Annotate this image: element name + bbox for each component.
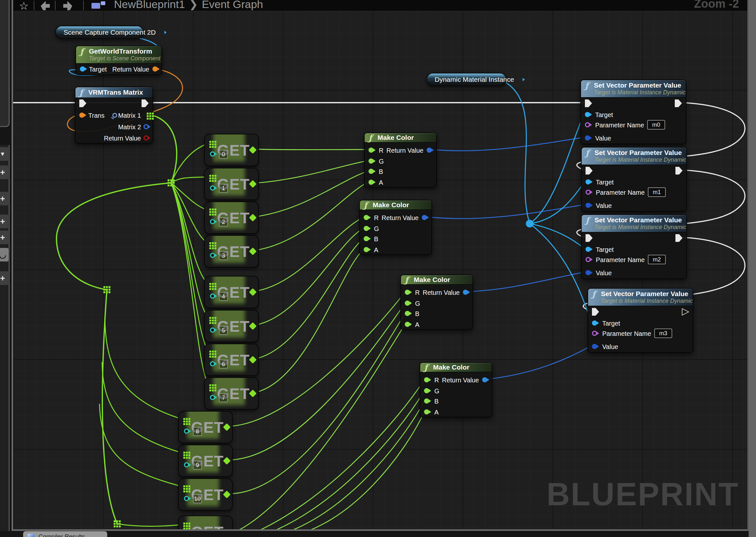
node-make-color-3[interactable]: ƒ Make Color R Return Value G B A <box>400 274 473 330</box>
array-input-pin[interactable] <box>183 522 185 524</box>
node-set-vector-parameter-1[interactable]: ƒ Set Vector Parameter Value Target is M… <box>580 80 686 145</box>
exec-input-pin[interactable] <box>585 100 592 107</box>
element-output-pin[interactable] <box>249 288 256 296</box>
node-set-vector-parameter-2[interactable]: ƒ Set Vector Parameter Value Target is M… <box>581 147 687 212</box>
g-input-pin[interactable] <box>405 301 410 306</box>
exec-output-pin[interactable] <box>142 100 149 107</box>
array-input-pin[interactable] <box>209 351 211 352</box>
exec-output-pin[interactable] <box>675 100 682 107</box>
array-input-pin[interactable] <box>209 242 211 244</box>
value-input-pin[interactable] <box>585 135 590 141</box>
node-get-9[interactable]: GET 9 <box>178 445 233 477</box>
array-input-pin[interactable] <box>209 175 211 177</box>
array-input-pin[interactable] <box>209 141 211 143</box>
parameter-name-input-pin[interactable] <box>586 189 591 195</box>
a-input-pin[interactable] <box>424 409 429 414</box>
magnifier-icon[interactable] <box>112 113 117 118</box>
index-input-pin[interactable] <box>184 429 189 434</box>
parameter-name-value[interactable]: m1 <box>648 187 666 197</box>
index-value[interactable]: 9 <box>193 461 202 470</box>
element-output-pin[interactable] <box>249 322 256 330</box>
exec-output-pin[interactable] <box>675 167 683 175</box>
index-value[interactable]: 0 <box>219 150 228 159</box>
b-input-pin[interactable] <box>424 398 429 403</box>
index-value[interactable]: 8 <box>193 427 202 436</box>
parameter-name-input-pin[interactable] <box>592 331 597 336</box>
array-input-pin[interactable] <box>209 384 211 386</box>
index-input-pin[interactable] <box>210 328 215 333</box>
event-graph-canvas[interactable]: BLUEPRINT <box>12 0 749 531</box>
forward-arrow-icon[interactable] <box>63 1 72 11</box>
index-input-pin[interactable] <box>184 462 189 467</box>
matrix1-array-output-pin[interactable] <box>147 113 149 114</box>
add-button-1[interactable]: + <box>0 165 9 179</box>
value-input-pin[interactable] <box>586 270 591 275</box>
node-make-color-4[interactable]: ƒ Make Color R Return Value G B A <box>420 362 492 417</box>
parameter-name-value[interactable]: m0 <box>647 120 665 130</box>
parameter-name-input-pin[interactable] <box>586 257 591 262</box>
array-input-pin[interactable] <box>209 317 211 319</box>
tab-compiler-results[interactable]: Compiler Results <box>23 531 107 537</box>
index-input-pin[interactable] <box>184 496 189 501</box>
exec-input-pin[interactable] <box>586 167 593 175</box>
color-output-pin[interactable] <box>463 290 468 295</box>
index-value[interactable]: 10 <box>193 494 202 503</box>
add-button-4[interactable]: + <box>0 230 9 244</box>
exec-output-pin[interactable] <box>675 234 683 242</box>
back-arrow-icon[interactable] <box>41 1 50 11</box>
element-output-pin[interactable] <box>249 180 256 188</box>
r-input-pin[interactable] <box>405 290 410 295</box>
node-get-8[interactable]: GET 8 <box>178 411 233 443</box>
element-output-pin[interactable] <box>249 356 256 363</box>
node-get-7[interactable]: GET 7 <box>204 377 259 410</box>
node-get-5[interactable]: GET 5 <box>204 310 259 342</box>
a-input-pin[interactable] <box>405 322 410 327</box>
target-input-pin[interactable] <box>585 112 590 117</box>
index-input-pin[interactable] <box>210 395 215 400</box>
index-value[interactable]: 6 <box>219 360 228 369</box>
element-output-pin[interactable] <box>249 146 256 154</box>
g-input-pin[interactable] <box>364 226 369 231</box>
b-input-pin[interactable] <box>369 169 374 174</box>
breadcrumb-graph[interactable]: Event Graph <box>202 0 263 10</box>
element-output-pin[interactable] <box>223 490 231 498</box>
node-get-1[interactable]: GET 1 <box>204 168 259 200</box>
element-output-pin[interactable] <box>249 390 256 397</box>
r-input-pin[interactable] <box>364 215 369 220</box>
value-input-pin[interactable] <box>586 203 591 208</box>
parameter-name-value[interactable]: m3 <box>654 328 672 338</box>
array-input-pin[interactable] <box>209 283 211 285</box>
target-input-pin[interactable] <box>80 66 85 71</box>
node-make-color-1[interactable]: ƒ Make Color R Return Value G B A <box>364 133 437 188</box>
array-input-pin[interactable] <box>183 452 185 454</box>
node-get-10[interactable]: GET 10 <box>178 478 233 511</box>
index-value[interactable]: 1 <box>219 184 228 193</box>
element-output-pin[interactable] <box>249 214 256 221</box>
index-value[interactable]: 3 <box>219 251 228 260</box>
node-get-0[interactable]: GET 0 <box>204 134 259 166</box>
return-value-output-pin[interactable] <box>144 135 149 141</box>
index-value[interactable]: 5 <box>219 326 228 335</box>
color-output-pin[interactable] <box>426 147 432 153</box>
node-get-3[interactable]: GET 3 <box>204 235 259 268</box>
array-input-pin[interactable] <box>209 209 211 210</box>
exec-output-pin[interactable]: ▷ <box>682 307 689 315</box>
color-output-pin[interactable] <box>422 215 427 220</box>
array-input-pin[interactable] <box>183 485 185 487</box>
r-input-pin[interactable] <box>369 147 374 153</box>
value-input-pin[interactable] <box>592 344 597 349</box>
node-get-2[interactable]: GET 2 <box>204 201 259 234</box>
index-input-pin[interactable] <box>210 151 215 156</box>
node-get-world-transform[interactable]: ƒ GetWorldTransform Target is Scene Comp… <box>75 46 162 75</box>
eye-button[interactable]: ◡ <box>0 248 9 262</box>
node-get-6[interactable]: GET 6 <box>204 344 259 376</box>
a-input-pin[interactable] <box>369 180 374 185</box>
r-input-pin[interactable] <box>424 377 429 382</box>
b-input-pin[interactable] <box>364 236 369 241</box>
element-output-pin[interactable] <box>223 423 231 431</box>
exec-input-pin[interactable] <box>586 234 593 242</box>
node-vrmtrans-matrix[interactable]: ƒ VRMTrans Matrix Trans Matrix 1 Matrix … <box>75 87 153 144</box>
element-output-pin[interactable] <box>223 457 231 465</box>
index-input-pin[interactable] <box>210 361 215 366</box>
element-output-pin[interactable] <box>249 247 256 255</box>
